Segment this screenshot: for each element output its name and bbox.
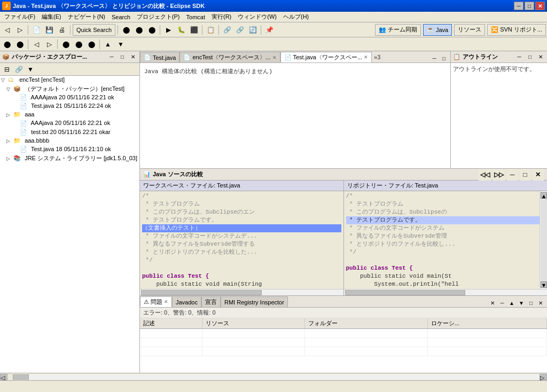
tab-test-java[interactable]: 📄 Test.java [140, 52, 179, 62]
diff-copy-left-btn[interactable]: ◁◁ [479, 169, 491, 181]
diff-minimize-btn[interactable]: ─ [506, 169, 518, 181]
bottom-maximize-btn[interactable]: □ [527, 299, 535, 307]
tb2-btn-7[interactable]: ▼ [115, 38, 127, 50]
tb2-prev-button[interactable]: ◁ [30, 38, 42, 50]
menu-edit[interactable]: 編集(E) [38, 12, 65, 22]
save-button[interactable]: 💾 [43, 24, 55, 36]
tab-declaration[interactable]: 宣言 [201, 296, 221, 307]
col-folder[interactable]: フォルダー [305, 318, 427, 329]
toolbar-btn-7[interactable]: 🔗 [234, 24, 246, 36]
toolbar-btn-4[interactable]: ⬛ [188, 24, 200, 36]
diff-left-hscroll-thumb[interactable] [141, 290, 262, 295]
tree-item-aaa-java[interactable]: 📄 AAAjava 20 05/11/16 22:21 ok [0, 119, 139, 128]
tb2-btn-2[interactable]: ⬤ [14, 38, 26, 50]
bottom-down-btn[interactable]: ▼ [517, 299, 526, 307]
col-resource[interactable]: リソース [202, 318, 304, 329]
diff-left-hscroll[interactable] [140, 289, 343, 295]
tab-close-2[interactable]: ✕ [272, 55, 277, 60]
tb2-btn-4[interactable]: ⬤ [73, 38, 84, 50]
main-horizontal-scrollbar[interactable]: ◁ ▷ [0, 373, 547, 380]
menu-search[interactable]: Search [108, 13, 134, 21]
svn-perspective[interactable]: 🔀 SVN リポジト... [487, 24, 546, 36]
sidebar-collapse-all[interactable]: ⊟ [1, 64, 13, 75]
toolbar-btn-3[interactable]: ⬤ [146, 24, 158, 36]
bottom-up-btn[interactable]: ▲ [507, 299, 516, 307]
tree-item-test-java-18[interactable]: 📄 Test.java 18 05/11/16 21:10 ok [0, 145, 139, 154]
toolbar-btn-2[interactable]: ⬤ [133, 24, 145, 36]
toolbar-btn-1[interactable]: ⬤ [120, 24, 132, 36]
editor-minimize-btn[interactable]: ─ [430, 54, 439, 62]
hscroll-left-btn[interactable]: ◁ [0, 374, 7, 380]
new-button[interactable]: 📄 [30, 24, 42, 36]
col-location[interactable]: ロケーシ... [427, 318, 546, 329]
close-button[interactable]: ✕ [535, 2, 545, 10]
tab-problems-close[interactable]: ✕ [164, 299, 168, 304]
hscroll-right-btn[interactable]: ▷ [540, 374, 547, 380]
tab-rmi[interactable]: RMI Registry Inspector [221, 296, 288, 307]
tree-item-default-pkg[interactable]: ▽ 📦 （デフォルト・パッケージ）[encTest] [0, 84, 139, 93]
tab-enc-test[interactable]: 📄 encTest〈ワークスペース〉... ✕ [179, 52, 280, 62]
outline-close-btn[interactable]: ✕ [536, 53, 545, 61]
tree-item-test-java[interactable]: 📄 Test.java 21 05/11/16 22:24 ok [0, 102, 139, 111]
col-description[interactable]: 記述 [140, 318, 202, 329]
menu-window[interactable]: ウィンドウ(W) [235, 12, 280, 22]
diff-close-btn[interactable]: ✕ [532, 169, 544, 181]
sidebar-close-button[interactable]: ✕ [129, 53, 137, 61]
toolbar-btn-8[interactable]: 🔄 [247, 24, 259, 36]
hscroll-thumb[interactable] [13, 374, 29, 380]
maximize-button[interactable]: □ [525, 2, 534, 10]
outline-maximize-btn[interactable]: □ [526, 53, 534, 61]
menu-navigate[interactable]: ナビゲート(N) [65, 12, 108, 22]
quick-search-button[interactable]: Quick Search [73, 24, 115, 36]
outline-minimize-btn[interactable]: ─ [515, 53, 523, 61]
java-perspective[interactable]: ☕ Java [423, 24, 452, 36]
vscroll-up-btn[interactable]: ▲ [541, 192, 547, 199]
diff-right-hscroll-thumb[interactable] [345, 290, 466, 295]
tab-overflow[interactable]: »3 [372, 54, 382, 60]
print-button[interactable]: 🖨 [56, 24, 68, 36]
tb2-btn-1[interactable]: ⬤ [1, 38, 13, 50]
toolbar-btn-6[interactable]: 🔗 [221, 24, 233, 36]
team-sync-perspective[interactable]: 👥 チーム同期 [375, 24, 421, 36]
diff-left-content[interactable]: /* * テストプログラム * このプログラムは、Subclipseのエン * … [140, 191, 343, 289]
resources-perspective[interactable]: リソース [454, 24, 485, 36]
diff-right-content[interactable]: /* * テストプログラム * このプログラムは、Subclipseの * テス… [344, 191, 548, 289]
vscroll-down-btn[interactable]: ▼ [541, 281, 547, 288]
debug-button[interactable]: 🐛 [175, 24, 187, 36]
diff-maximize-btn[interactable]: □ [519, 169, 531, 181]
diff-right-vscroll[interactable]: ▲ ▼ [540, 191, 547, 289]
tb2-btn-6[interactable]: ▲ [102, 38, 114, 50]
menu-run[interactable]: 実行(R) [208, 12, 235, 22]
bottom-minimize-btn[interactable]: ─ [498, 299, 506, 307]
tb2-btn-5[interactable]: ⬤ [85, 38, 97, 50]
toolbar-btn-9[interactable]: 📌 [263, 24, 275, 36]
bottom-panel-close-btn[interactable]: ✕ [536, 299, 545, 307]
back-button[interactable]: ◁ [1, 24, 13, 36]
menu-help[interactable]: ヘルプ(H) [280, 12, 312, 22]
tb2-next-button[interactable]: ▷ [43, 38, 55, 50]
run-button[interactable]: ▶ [162, 24, 174, 36]
tree-item-jre[interactable]: ▷ 📚 JRE システム・ライブラリー [jdk1.5.0_03] [0, 154, 139, 163]
tree-item-aaaa-java[interactable]: 📄 AAAAjava 20 05/11/16 22:21 ok [0, 93, 139, 102]
menu-project[interactable]: プロジェクト(P) [134, 12, 183, 22]
tab-test-java-ws[interactable]: 📄 Test.java〈ワークスペー... ✕ [280, 52, 372, 62]
menu-file[interactable]: ファイル(F) [1, 12, 38, 22]
tab-problems[interactable]: ⚠ 問題 ✕ [140, 296, 172, 307]
diff-copy-right-btn[interactable]: ▷▷ [493, 169, 505, 181]
tree-item-aaa[interactable]: ▷ 📁 aaa [0, 111, 139, 119]
diff-right-hscroll[interactable] [344, 289, 548, 295]
tree-item-test-txt[interactable]: 📄 test.txt 20 05/11/16 22:21 okar [0, 128, 139, 137]
tb2-btn-3[interactable]: ⬤ [60, 38, 72, 50]
tab-javadoc[interactable]: Javadoc [172, 296, 201, 307]
sidebar-minimize-button[interactable]: ─ [107, 53, 116, 61]
sidebar-link-editor[interactable]: 🔗 [13, 64, 25, 75]
sidebar-maximize-button[interactable]: □ [118, 53, 127, 61]
minimize-button[interactable]: ─ [514, 2, 523, 10]
tree-item-aaa-bbbb[interactable]: ▷ 📁 aaa.bbbb [0, 137, 139, 145]
toolbar-btn-5[interactable]: 📋 [205, 24, 216, 36]
bottom-close-btn[interactable]: ✕ [488, 299, 497, 307]
tab-close-3[interactable]: ✕ [364, 54, 368, 60]
menu-tomcat[interactable]: Tomcat [183, 13, 208, 21]
editor-maximize-btn[interactable]: □ [440, 54, 448, 62]
forward-button[interactable]: ▷ [14, 24, 26, 36]
